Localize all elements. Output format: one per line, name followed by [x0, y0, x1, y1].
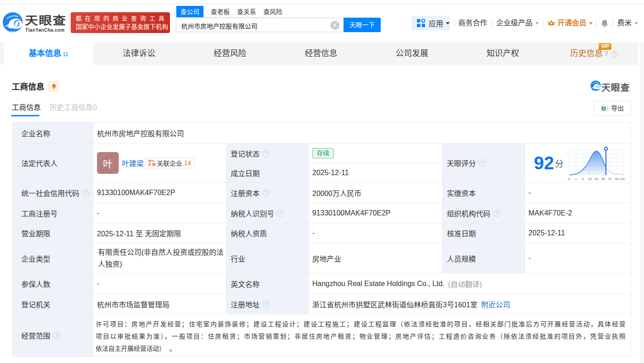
svg-text:X: X [602, 106, 605, 110]
svg-text:0: 0 [568, 177, 570, 181]
svg-text:97: 97 [608, 177, 612, 181]
svg-text:1: 1 [575, 177, 576, 181]
svg-text:100: 100 [620, 177, 625, 181]
svg-text:3: 3 [581, 177, 583, 181]
svg-text:50: 50 [594, 177, 598, 181]
svg-text:15: 15 [587, 177, 591, 181]
svg-text:99: 99 [615, 177, 619, 181]
svg-text:企: 企 [153, 163, 155, 166]
svg-text:85: 85 [601, 177, 605, 181]
